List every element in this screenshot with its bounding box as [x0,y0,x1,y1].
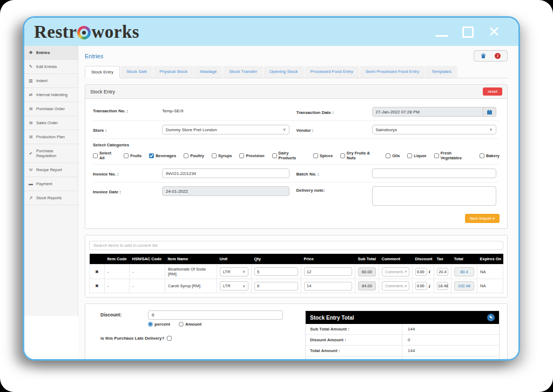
sidebar-item-label: Entries [36,50,50,55]
qty-input[interactable] [254,267,298,276]
price-input[interactable] [304,282,352,290]
category-dry-fruits-nuts[interactable]: Dry Fruits & Nuts [340,151,378,160]
totals-row-tax: Total Tax : 38.88 [306,356,499,361]
discount-input[interactable] [415,282,427,290]
category-bakery[interactable]: Bakery [480,153,500,158]
store-select[interactable]: Dummy Store Pret London ∨ [162,125,289,134]
calendar-button[interactable] [483,107,496,117]
category-syrups[interactable]: Syrups [212,153,232,158]
checkbox[interactable] [313,153,318,158]
category-dairy-products[interactable]: Dairy Products [272,151,306,160]
invoice-date-label: Invoice Date : [93,188,162,194]
tab-processed-food-entry[interactable]: Processed Food Entry [305,66,359,78]
tab-semi-processed-food-entry[interactable]: Semi Processed Food Entry [360,66,426,78]
search-input[interactable] [89,241,503,250]
item-import-button[interactable]: Item Import ▾ [465,214,500,223]
edit-icon[interactable]: ✎ [487,314,495,321]
item-name-cell: Carob Syrup [RM] [165,279,217,293]
col-tax: Tax [434,254,451,265]
category-beverages[interactable]: Beverages [149,153,176,158]
sidebar-item-entries[interactable]: ❖ Entries [24,46,78,60]
category-liquor[interactable]: Liquor [407,153,426,158]
maximize-icon[interactable] [462,26,474,38]
page-title: Entries [85,53,103,59]
sidebar-item-purchase-requisition[interactable]: ✔ Purchase Requisition [24,144,78,163]
items-table: Item Code HSN/SAC Code Item Name Unit Qt… [89,254,503,293]
delete-row-icon[interactable]: ✖ [90,279,105,293]
sidebar-item-indent[interactable]: ▥ Indent [24,74,78,88]
comment-select[interactable]: Comment..▾ [382,281,409,290]
checkbox[interactable] [480,153,484,158]
delete-row-icon[interactable]: ✖ [90,265,105,279]
checkbox[interactable] [386,153,390,158]
indent-icon: ▥ [28,78,33,83]
info-icon[interactable]: i [495,53,501,59]
tab-stock-entry[interactable]: Stock Entry [85,66,120,78]
checkbox[interactable] [212,153,217,158]
late-delivery-checkbox[interactable] [167,336,172,341]
tab-templates[interactable]: Templates [426,66,457,78]
minimize-icon[interactable] [435,35,448,37]
sidebar-item-recipe-report[interactable]: Ψ Recipe Report [24,163,78,177]
category-spices[interactable]: Spices [313,153,333,158]
category-poultry[interactable]: Poultry [184,153,204,158]
price-input[interactable] [304,267,352,276]
sidebar-item-stock-reports[interactable]: ⇗ Stock Reports [24,191,78,205]
checkbox[interactable] [124,153,129,158]
overall-discount-input[interactable] [148,310,283,320]
transaction-date-group [372,107,496,117]
percent-radio[interactable]: percent [148,322,170,327]
checkbox[interactable] [93,153,98,158]
sidebar-item-internal-indenting[interactable]: ⇄ Internal Indenting [24,88,78,102]
tab-wastage[interactable]: Wastage [194,66,222,78]
items-panel: Item Code HSN/SAC Code Item Name Unit Qt… [85,235,508,298]
checkbox[interactable] [407,153,412,158]
unit-select[interactable]: LTR∨ [220,267,248,276]
batch-no-input[interactable] [372,168,496,178]
delivery-note-textarea[interactable] [372,186,496,206]
col-comment: Comment [379,254,413,265]
checkbox[interactable] [340,153,345,158]
tab-physical-stock[interactable]: Physical Stock [153,66,193,78]
invoice-no-input[interactable] [162,168,289,178]
stock-entry-total-card: Stock Entry Total ✎ Sub Total Amount : 1… [305,310,500,361]
checkbox[interactable] [239,153,244,158]
top-action-group: i [474,50,508,62]
brand-ring-icon [77,26,91,39]
vendor-select[interactable]: Sainsburys ∨ [372,125,496,134]
tab-opening-stock[interactable]: Opening Stock [264,66,304,78]
unit-select[interactable]: LTR∨ [220,281,248,290]
category-fresh-vegetables[interactable]: Fresh Vegetables [434,151,472,160]
category-fruits[interactable]: Fruits [124,153,141,158]
totals-row-discount: Disount Amount : 0 [306,335,499,346]
reset-button[interactable]: reset [483,87,502,96]
checkbox[interactable] [272,153,277,158]
internal-indenting-icon: ⇄ [28,92,33,97]
form-row-store-vendor: Store : Dummy Store Pret London ∨ Vendor… [93,121,500,139]
tab-stock-sale[interactable]: Stock Sale [120,66,153,78]
discount-input[interactable] [415,268,427,276]
sidebar-item-sales-order[interactable]: ⊞ Sales Order [24,116,78,130]
stock-entry-form: Transaction No. : Temp-SE/9 Transaction … [85,99,507,228]
category-oils[interactable]: Oils [386,153,400,158]
cart-icon: ⊞ [28,134,33,139]
category-select-all[interactable]: Select All [93,151,116,160]
checkbox[interactable] [184,153,188,158]
checkbox-checked[interactable] [149,153,154,158]
tab-stock-transfer[interactable]: Stock Transfer [223,66,263,78]
sidebar-item-edit-entries[interactable]: ✎ Edit Entries [24,60,78,74]
sidebar-item-purchase-order[interactable]: ⊞ Purchase Order [24,102,78,116]
amount-radio[interactable]: Amount [179,322,201,327]
sidebar-item-production-plan[interactable]: ⊞ Production Plan [24,130,78,144]
checkbox[interactable] [434,153,439,158]
qty-input[interactable] [254,282,298,290]
check-icon: ✔ [28,151,33,156]
sidebar-item-payment[interactable]: ▬ Payment [24,177,78,191]
trash-icon[interactable] [481,53,486,59]
transaction-no-value: Temp-SE/9 [162,107,184,113]
category-provision[interactable]: Provision [239,153,264,158]
delivery-note-label: Delivery note: [296,186,372,193]
col-expires-on: Expires On [477,254,503,265]
comment-select[interactable]: Comment..▾ [382,267,409,276]
close-icon[interactable]: ✕ [488,26,500,38]
